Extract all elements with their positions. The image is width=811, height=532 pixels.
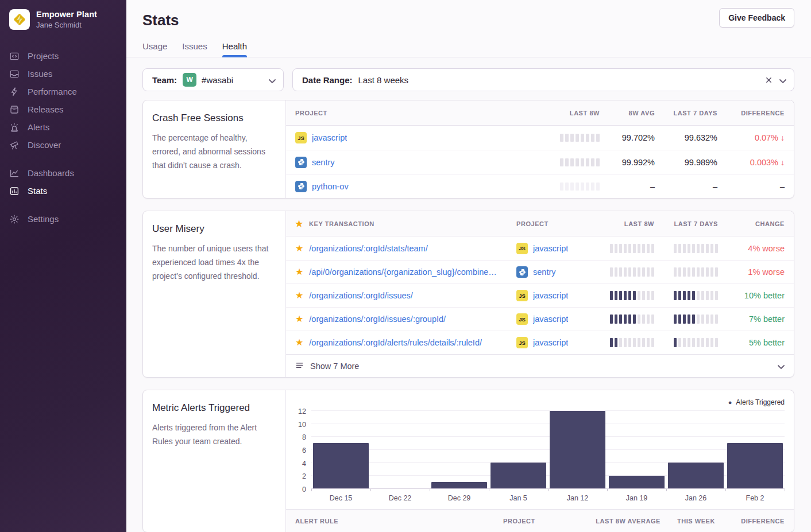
sidebar-item-label: Releases <box>28 104 64 114</box>
projects-icon <box>9 51 20 61</box>
table-row: JS javascript 99.702% 99.632% 0.07%↓ <box>286 126 794 150</box>
sparkline-last-8w <box>610 244 654 253</box>
nav-divider <box>9 200 117 210</box>
user-misery-panel: User Misery The number of unique users t… <box>142 211 794 378</box>
chart-plot-wrap: 024681012 <box>291 411 785 489</box>
table-row: python-ov – – – <box>286 174 794 198</box>
sparkline-last-7-days <box>674 244 718 253</box>
sidebar-item-releases[interactable]: Releases <box>9 100 117 118</box>
sidebar-nav: Projects Issues Performance Releases Ale… <box>0 47 126 228</box>
project-link[interactable]: javascript <box>533 244 568 253</box>
table-row: ★/organizations/:orgId/alerts/rules/deta… <box>286 331 794 354</box>
col-alert-rule: ALERT RULE <box>295 518 503 525</box>
tab-issues[interactable]: Issues <box>182 41 207 57</box>
sidebar-item-performance[interactable]: Performance <box>9 83 117 100</box>
metric-alerts-chart-area: ● Alerts Triggered 024681012 Dec 15Dec 2… <box>286 390 794 532</box>
avg-value: – <box>600 182 655 191</box>
sidebar-item-dashboards[interactable]: Dashboards <box>9 164 117 182</box>
sidebar-item-discover[interactable]: Discover <box>9 136 117 154</box>
sidebar-item-projects[interactable]: Projects <box>9 47 117 65</box>
axis-spacer <box>291 492 311 502</box>
clear-icon[interactable] <box>766 75 772 85</box>
change-value: 10% better <box>718 291 785 300</box>
sidebar-item-label: Stats <box>28 186 47 196</box>
releases-icon <box>9 104 20 115</box>
date-range-label: Date Range: <box>302 75 353 85</box>
sparkline-last-7-days <box>674 338 718 347</box>
difference-value: 0.07%↓ <box>717 133 785 142</box>
star-icon: ★ <box>295 219 303 228</box>
transaction-link[interactable]: /organizations/:orgId/stats/team/ <box>309 244 427 253</box>
tab-health[interactable]: Health <box>222 41 247 57</box>
last-7-days-value: – <box>655 182 717 191</box>
change-value: 7% better <box>718 314 785 324</box>
show-more-button[interactable]: Show 7 More <box>286 354 794 377</box>
sparkline-last-7-days <box>674 267 718 277</box>
date-range-value: Last 8 weeks <box>358 75 409 85</box>
team-select[interactable]: Team: W #wasabi <box>142 68 284 91</box>
alerts-icon <box>9 122 20 133</box>
table-row: ★/organizations/:orgId/stats/team/ JSjav… <box>286 236 794 260</box>
chevron-down-icon <box>778 362 785 371</box>
org-text: Empower Plant Jane Schmidt <box>36 10 97 29</box>
col-last-8w: LAST 8W <box>608 220 654 227</box>
chart-legend[interactable]: ● Alerts Triggered <box>728 398 785 406</box>
sidebar-item-label: Alerts <box>28 122 49 132</box>
panel-title: Crash Free Sessions <box>152 112 276 124</box>
panel-subtitle: The percentage of healthy, errored, and … <box>152 131 276 172</box>
sparkline-last-8w <box>610 267 654 277</box>
javascript-platform-icon: JS <box>516 313 528 325</box>
project-link[interactable]: javascript <box>533 314 568 324</box>
transaction-link[interactable]: /organizations/:orgId/issues/ <box>309 291 413 300</box>
project-link[interactable]: sentry <box>312 158 335 167</box>
transaction-link[interactable]: /api/0/organizations/{organization_slug}… <box>309 267 496 277</box>
tab-usage[interactable]: Usage <box>142 41 167 57</box>
show-more-label: Show 7 More <box>310 362 359 371</box>
sidebar-item-settings[interactable]: Settings <box>9 210 117 228</box>
project-link[interactable]: javascript <box>312 133 347 142</box>
transaction-link[interactable]: /organizations/:orgId/alerts/rules/detai… <box>309 338 482 347</box>
difference-value: – <box>717 182 785 191</box>
org-switcher[interactable]: Empower Plant Jane Schmidt <box>0 0 126 30</box>
arrow-down-icon: ↓ <box>781 133 785 142</box>
sidebar-item-stats[interactable]: Stats <box>9 182 117 200</box>
give-feedback-button[interactable]: Give Feedback <box>719 8 794 28</box>
panel-description: User Misery The number of unique users t… <box>143 211 286 377</box>
panel-description: Crash Free Sessions The percentage of he… <box>143 100 286 198</box>
col-last-7-days: LAST 7 DAYS <box>654 220 718 227</box>
project-link[interactable]: javascript <box>533 338 568 347</box>
stats-icon <box>9 186 20 196</box>
metric-alerts-panel: Metric Alerts Triggered Alerts triggered… <box>142 390 794 532</box>
col-last-8w: LAST 8W <box>531 110 600 117</box>
sparkline-last-8w <box>560 134 600 142</box>
sidebar-item-label: Discover <box>28 140 61 150</box>
transaction-link[interactable]: /organizations/:orgId/issues/:groupId/ <box>309 314 446 324</box>
chevron-down-icon <box>779 75 786 85</box>
change-value: 4% worse <box>718 244 785 253</box>
col-project: PROJECT <box>295 110 531 117</box>
chart-x-axis-row: Dec 15Dec 22Dec 29Jan 5Jan 12Jan 19Jan 2… <box>291 492 785 509</box>
difference-text: 0.003% <box>750 158 778 167</box>
project-link[interactable]: sentry <box>533 267 556 277</box>
avg-value: 99.992% <box>600 158 655 167</box>
sidebar-item-alerts[interactable]: Alerts <box>9 118 117 136</box>
date-range-select[interactable]: Date Range: Last 8 weeks <box>292 68 794 91</box>
col-difference: DIFFERENCE <box>717 110 785 117</box>
col-project: PROJECT <box>516 220 608 227</box>
settings-icon <box>9 214 20 224</box>
col-last-8w-average: LAST 8W AVERAGE <box>574 518 661 525</box>
legend-label: Alerts Triggered <box>736 398 785 406</box>
last-7-days-value: 99.632% <box>655 133 717 142</box>
javascript-platform-icon: JS <box>516 290 528 301</box>
sparkline-last-8w <box>560 158 600 166</box>
nav-divider <box>9 154 117 164</box>
sparkline-last-8w <box>610 338 654 347</box>
project-link[interactable]: javascript <box>533 291 568 300</box>
table-header: PROJECT LAST 8W 8W AVG LAST 7 DAYS DIFFE… <box>286 100 794 126</box>
col-8w-avg: 8W AVG <box>600 110 655 117</box>
issues-icon <box>9 69 20 79</box>
project-link[interactable]: python-ov <box>312 182 349 191</box>
sidebar-item-issues[interactable]: Issues <box>9 65 117 83</box>
discover-icon <box>9 140 20 150</box>
alerts-chart: ● Alerts Triggered 024681012 Dec 15Dec 2… <box>286 390 794 509</box>
